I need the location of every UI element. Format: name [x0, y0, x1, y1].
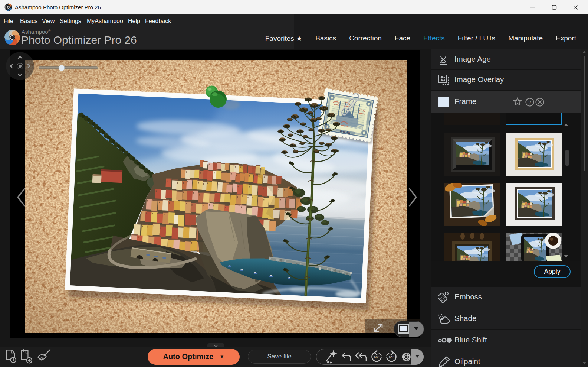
svg-text:?: ?: [528, 100, 531, 105]
svg-text:90°: 90°: [374, 355, 380, 359]
svg-text:10: 10: [323, 123, 328, 127]
svg-text:90°: 90°: [389, 355, 394, 359]
